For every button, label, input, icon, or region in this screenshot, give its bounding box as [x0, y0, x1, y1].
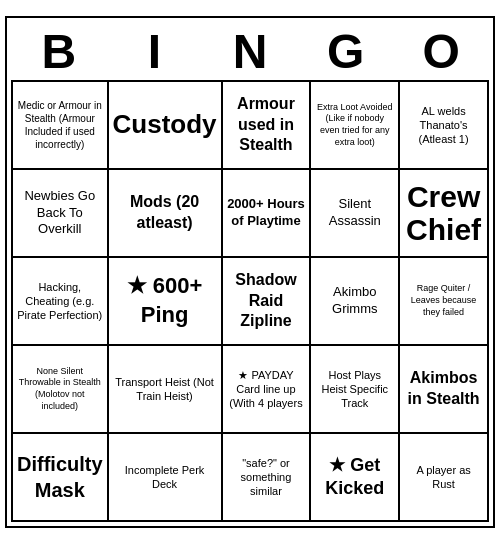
letter-b: B — [15, 28, 103, 76]
cell-0-1: Custody — [109, 82, 223, 170]
cell-1-4: Crew Chief — [400, 170, 489, 258]
cell-0-2: Armour used in Stealth — [223, 82, 312, 170]
cell-0-3: Extra Loot Avoided (Like if nobody even … — [311, 82, 400, 170]
cell-0-4: AL welds Thanato's (Atleast 1) — [400, 82, 489, 170]
cell-4-1: Incomplete Perk Deck — [109, 434, 223, 522]
bingo-card: B I N G O Medic or Armour in Stealth (Ar… — [5, 16, 495, 528]
cell-1-3: Silent Assassin — [311, 170, 400, 258]
cell-2-3: Akimbo Grimms — [311, 258, 400, 346]
letter-o: O — [397, 28, 485, 76]
cell-3-0: None Silent Throwable in Stealth (Moloto… — [13, 346, 109, 434]
cell-4-4: A player as Rust — [400, 434, 489, 522]
cell-2-1: ★ 600+ Ping — [109, 258, 223, 346]
cell-1-2: 2000+ Hours of Playtime — [223, 170, 312, 258]
cell-4-3: ★ Get Kicked — [311, 434, 400, 522]
letter-n: N — [206, 28, 294, 76]
cell-4-2: "safe?" or something similar — [223, 434, 312, 522]
cell-1-0: Newbies Go Back To Overkill — [13, 170, 109, 258]
cell-2-0: Hacking, Cheating (e.g. Pirate Perfectio… — [13, 258, 109, 346]
cell-2-2: Shadow Raid Zipline — [223, 258, 312, 346]
cell-3-3: Host Plays Heist Specific Track — [311, 346, 400, 434]
letter-g: G — [302, 28, 390, 76]
letter-i: I — [110, 28, 198, 76]
cell-3-1: Transport Heist (Not Train Heist) — [109, 346, 223, 434]
bingo-header: B I N G O — [11, 22, 489, 80]
cell-2-4: Rage Quiter / Leaves because they failed — [400, 258, 489, 346]
cell-0-0: Medic or Armour in Stealth (Armour Inclu… — [13, 82, 109, 170]
cell-3-2: ★ PAYDAY Card line up (With 4 players — [223, 346, 312, 434]
cell-4-0: Difficulty Mask — [13, 434, 109, 522]
cell-1-1: Mods (20 atleast) — [109, 170, 223, 258]
cell-3-4: Akimbos in Stealth — [400, 346, 489, 434]
bingo-grid: Medic or Armour in Stealth (Armour Inclu… — [11, 80, 489, 522]
